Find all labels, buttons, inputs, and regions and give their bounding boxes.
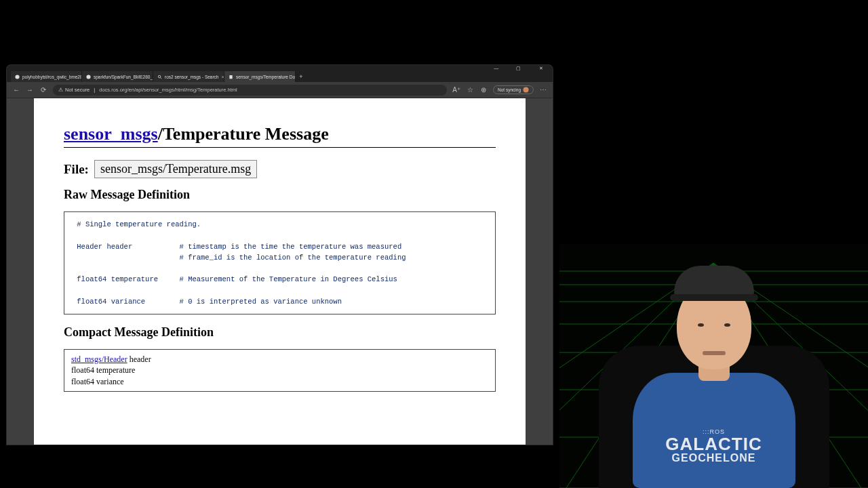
eye-right [724, 323, 730, 327]
security-indicator[interactable]: ⚠ Not secure [58, 87, 90, 93]
tab-github-sparkfun[interactable]: sparkfun/SparkFun_BME280_Ar... × [82, 71, 153, 82]
svg-rect-4 [229, 75, 232, 78]
browser-window: — ▢ ✕ polyhobbyist/ros_qwiic_bme280 × sp… [7, 65, 553, 445]
shirt-text-big: GALACTIC [665, 435, 762, 453]
presenter-figure: :::ROS GALACTIC GEOCHELONE [619, 271, 809, 488]
window-minimize-button[interactable]: — [485, 65, 507, 71]
svg-point-1 [86, 75, 90, 79]
page-title: sensor_msgs/Temperature Message [64, 124, 496, 148]
cap-brim [670, 294, 758, 301]
tab-label: sparkfun/SparkFun_BME280_Ar... [94, 75, 153, 79]
tab-label: polyhobbyist/ros_qwiic_bme280 [22, 75, 82, 79]
avatar-icon [523, 87, 529, 93]
compact-definition-block: std_msgs/Header header float64 temperatu… [64, 349, 496, 392]
documentation-page: sensor_msgs/Temperature Message File: se… [34, 98, 526, 445]
shirt-text-small: :::ROS [665, 429, 762, 435]
eye-left [698, 323, 704, 327]
refresh-button[interactable]: ⟳ [39, 86, 47, 94]
more-menu-button[interactable]: ⋯ [539, 86, 547, 94]
raw-definition-code: # Single temperature reading. Header hea… [64, 211, 496, 314]
sync-label: Not syncing [498, 87, 521, 92]
url-text: docs.ros.org/en/api/sensor_msgs/html/msg… [99, 87, 237, 93]
title-rest: /Temperature Message [158, 124, 329, 144]
profile-sync-button[interactable]: Not syncing [493, 85, 534, 94]
svg-point-5 [524, 87, 529, 93]
webcam-panel: :::ROS GALACTIC GEOCHELONE [559, 244, 868, 488]
svg-point-2 [158, 75, 161, 78]
file-label: File: [64, 162, 89, 177]
back-button[interactable]: ← [12, 86, 20, 94]
compact-definition-heading: Compact Message Definition [64, 325, 496, 340]
sensor-msgs-link[interactable]: sensor_msgs [64, 124, 158, 144]
search-icon [157, 75, 162, 79]
new-tab-button[interactable]: + [296, 71, 307, 82]
window-maximize-button[interactable]: ▢ [507, 65, 530, 71]
tab-search[interactable]: ros2 sensor_msgs - Search × [153, 71, 224, 82]
shirt-text-mid: GEOCHELONE [665, 453, 762, 464]
compact-line-2: float64 temperature [71, 365, 488, 375]
read-aloud-icon[interactable]: A⁺ [452, 86, 460, 94]
window-titlebar[interactable] [7, 65, 553, 71]
mouth [703, 351, 726, 355]
favorite-icon[interactable]: ☆ [466, 86, 474, 94]
tab-github-polyhobbyist[interactable]: polyhobbyist/ros_qwiic_bme280 × [11, 71, 82, 82]
tab-strip: polyhobbyist/ros_qwiic_bme280 × sparkfun… [7, 71, 553, 82]
svg-line-3 [160, 77, 161, 79]
window-close-button[interactable]: ✕ [530, 65, 553, 71]
collections-icon[interactable]: ⊕ [479, 86, 488, 94]
tab-label: sensor_msgs/Temperature Doc... [236, 75, 296, 79]
raw-definition-heading: Raw Message Definition [64, 188, 496, 202]
security-label: Not secure [65, 87, 90, 93]
compact-line-3: float64 variance [71, 376, 488, 387]
compact-line-1-rest: header [127, 354, 151, 364]
page-viewport[interactable]: sensor_msgs/Temperature Message File: se… [7, 98, 553, 445]
tab-close-icon[interactable]: × [221, 75, 224, 79]
file-path-box: sensor_msgs/Temperature.msg [94, 160, 257, 178]
tab-ros-docs[interactable]: sensor_msgs/Temperature Doc... × [224, 71, 296, 82]
tab-label: ros2 sensor_msgs - Search [165, 75, 218, 79]
warning-icon: ⚠ [58, 87, 63, 93]
forward-button[interactable]: → [26, 86, 34, 94]
github-icon [86, 75, 91, 79]
shirt-graphic: :::ROS GALACTIC GEOCHELONE [665, 429, 762, 464]
std-msgs-header-link[interactable]: std_msgs/Header [71, 354, 127, 364]
github-icon [15, 75, 20, 79]
address-bar: ← → ⟳ ⚠ Not secure | docs.ros.org/en/api… [7, 82, 553, 98]
url-field[interactable]: ⚠ Not secure | docs.ros.org/en/api/senso… [53, 85, 447, 96]
svg-point-0 [15, 75, 19, 79]
document-icon [229, 75, 233, 79]
